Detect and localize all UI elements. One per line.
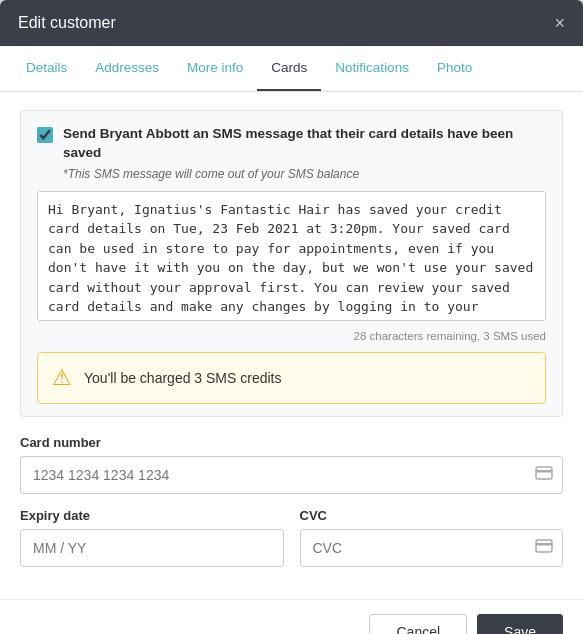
- sms-checkbox-label: Send Bryant Abbott an SMS message that t…: [63, 125, 546, 163]
- modal-body: Send Bryant Abbott an SMS message that t…: [0, 92, 583, 599]
- tab-addresses[interactable]: Addresses: [81, 46, 173, 91]
- tab-more-info[interactable]: More info: [173, 46, 257, 91]
- sms-message-wrapper: Hi Bryant, Ignatius's Fantastic Hair has…: [37, 191, 546, 325]
- expiry-label: Expiry date: [20, 508, 284, 523]
- close-button[interactable]: ×: [554, 14, 565, 32]
- cvc-section: CVC: [300, 508, 564, 567]
- sms-checkbox-row: Send Bryant Abbott an SMS message that t…: [37, 125, 546, 163]
- modal-header: Edit customer ×: [0, 0, 583, 46]
- tab-notifications[interactable]: Notifications: [321, 46, 423, 91]
- card-number-section: Card number: [20, 435, 563, 494]
- cvc-label: CVC: [300, 508, 564, 523]
- expiry-section: Expiry date: [20, 508, 284, 567]
- svg-rect-3: [536, 543, 552, 546]
- expiry-input[interactable]: [20, 529, 284, 567]
- card-icon: [535, 466, 553, 484]
- tab-photo[interactable]: Photo: [423, 46, 486, 91]
- card-number-input[interactable]: [20, 456, 563, 494]
- svg-rect-2: [536, 540, 552, 552]
- sms-checkbox[interactable]: [37, 127, 53, 143]
- sms-warning-banner: ⚠ You'll be charged 3 SMS credits: [37, 352, 546, 404]
- cvc-card-icon: [535, 539, 553, 557]
- warning-text: You'll be charged 3 SMS credits: [84, 370, 282, 386]
- sms-message-textarea[interactable]: Hi Bryant, Ignatius's Fantastic Hair has…: [37, 191, 546, 321]
- expiry-wrapper: [20, 529, 284, 567]
- tab-bar: Details Addresses More info Cards Notifi…: [0, 46, 583, 92]
- tab-details[interactable]: Details: [12, 46, 81, 91]
- svg-rect-1: [536, 470, 552, 473]
- sms-section: Send Bryant Abbott an SMS message that t…: [20, 110, 563, 417]
- save-button[interactable]: Save: [477, 614, 563, 634]
- tab-cards[interactable]: Cards: [257, 46, 321, 91]
- char-count: 28 characters remaining, 3 SMS used: [37, 330, 546, 342]
- card-number-wrapper: [20, 456, 563, 494]
- modal-footer: Cancel Save: [0, 599, 583, 634]
- expiry-cvc-row: Expiry date CVC: [20, 508, 563, 581]
- cvc-wrapper: [300, 529, 564, 567]
- modal-title: Edit customer: [18, 14, 116, 32]
- sms-note: *This SMS message will come out of your …: [63, 167, 546, 181]
- card-number-label: Card number: [20, 435, 563, 450]
- edit-customer-modal: Edit customer × Details Addresses More i…: [0, 0, 583, 634]
- cancel-button[interactable]: Cancel: [369, 614, 467, 634]
- cvc-input[interactable]: [300, 529, 564, 567]
- warning-icon: ⚠: [52, 365, 72, 391]
- svg-rect-0: [536, 467, 552, 479]
